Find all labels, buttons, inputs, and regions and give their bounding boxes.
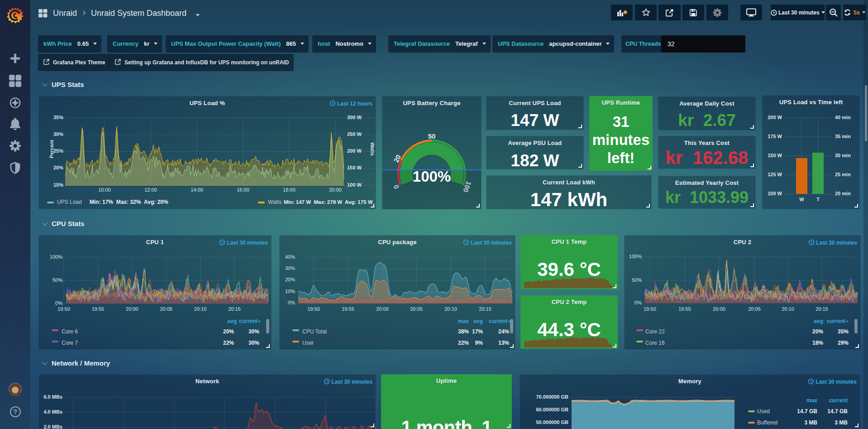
svg-text:50: 50 bbox=[428, 132, 436, 140]
